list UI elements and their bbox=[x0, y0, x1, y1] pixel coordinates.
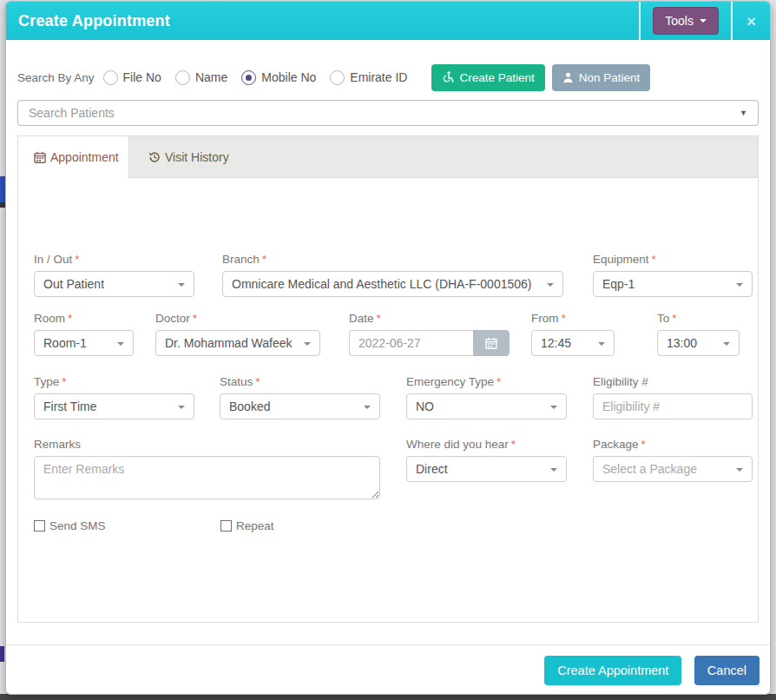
type-select[interactable]: First Time bbox=[34, 393, 194, 419]
field-eligibility: Eligibility # bbox=[593, 375, 753, 419]
calendar-icon bbox=[34, 151, 46, 163]
doctor-select[interactable]: Dr. Mohammad Wafeek ... bbox=[155, 330, 320, 356]
status-label: Status* bbox=[220, 375, 380, 388]
repeat-label: Repeat bbox=[236, 519, 274, 532]
room-select[interactable]: Room-1 bbox=[34, 330, 134, 356]
package-label: Package* bbox=[593, 438, 753, 451]
field-equipment: Equipment* Eqp-1 bbox=[593, 253, 753, 297]
required-asterisk: * bbox=[497, 375, 501, 388]
from-value: 12:45 bbox=[541, 336, 571, 350]
search-patients-select[interactable]: Search Patients ▼ bbox=[17, 100, 759, 126]
date-group bbox=[349, 330, 510, 356]
field-from: From* 12:45 bbox=[531, 312, 615, 356]
branch-label: Branch* bbox=[222, 253, 563, 266]
radio-circle-icon bbox=[175, 70, 190, 85]
background-fragment bbox=[0, 646, 4, 662]
caret-down-icon bbox=[304, 342, 311, 346]
field-to: To* 13:00 bbox=[657, 312, 740, 356]
checkbox-icon bbox=[220, 520, 232, 532]
radio-emirate-id[interactable]: Emirate ID bbox=[330, 70, 407, 85]
equipment-select[interactable]: Eqp-1 bbox=[593, 271, 753, 297]
required-asterisk: * bbox=[75, 253, 79, 266]
doctor-label: Doctor* bbox=[155, 312, 320, 325]
header-divider bbox=[639, 2, 641, 40]
cancel-button[interactable]: Cancel bbox=[694, 656, 760, 685]
tab-strip: Appointment Visit History bbox=[18, 136, 758, 178]
tools-button[interactable]: Tools bbox=[653, 7, 719, 35]
from-select[interactable]: 12:45 bbox=[531, 330, 615, 356]
where-did-you-hear-label: Where did you hear* bbox=[406, 438, 567, 451]
radio-mobile-no[interactable]: Mobile No bbox=[241, 70, 316, 85]
radio-file-no[interactable]: File No bbox=[103, 70, 161, 85]
create-appointment-modal: Create Appointment Tools × Search By Any… bbox=[5, 1, 771, 695]
calendar-icon bbox=[485, 337, 497, 349]
modal-footer: Create Appointment Cancel bbox=[6, 644, 770, 696]
field-where-did-you-hear: Where did you hear* Direct bbox=[406, 438, 567, 482]
remarks-textarea[interactable] bbox=[34, 456, 380, 499]
caret-down-icon bbox=[723, 342, 730, 346]
to-select[interactable]: 13:00 bbox=[657, 330, 740, 356]
radio-emirate-id-label: Emirate ID bbox=[350, 70, 407, 84]
send-sms-checkbox[interactable]: Send SMS bbox=[34, 519, 106, 532]
caret-down-icon bbox=[736, 468, 743, 472]
in-out-select[interactable]: Out Patient bbox=[34, 271, 194, 297]
room-label: Room* bbox=[34, 312, 134, 325]
send-sms-label: Send SMS bbox=[49, 519, 106, 532]
emergency-type-select[interactable]: NO bbox=[406, 393, 567, 419]
tab-visit-history[interactable]: Visit History bbox=[129, 136, 248, 177]
eligibility-input[interactable] bbox=[593, 393, 753, 419]
package-placeholder: Select a Package bbox=[602, 462, 697, 476]
create-appointment-button[interactable]: Create Appointment bbox=[544, 656, 681, 685]
eligibility-label: Eligibility # bbox=[593, 375, 753, 388]
date-input[interactable] bbox=[349, 330, 473, 356]
wheelchair-icon bbox=[442, 71, 454, 83]
in-out-label: In / Out* bbox=[34, 253, 194, 266]
caret-down-icon bbox=[598, 342, 605, 346]
required-asterisk: * bbox=[68, 312, 72, 325]
radio-name[interactable]: Name bbox=[175, 70, 227, 85]
caret-down-icon bbox=[178, 283, 185, 287]
in-out-value: Out Patient bbox=[43, 277, 104, 291]
modal-title: Create Appointment bbox=[18, 12, 170, 30]
non-patient-label: Non Patient bbox=[579, 71, 641, 84]
repeat-checkbox[interactable]: Repeat bbox=[220, 519, 274, 532]
required-asterisk: * bbox=[62, 375, 66, 388]
field-package: Package* Select a Package bbox=[593, 438, 753, 482]
calendar-button[interactable] bbox=[473, 330, 510, 356]
create-patient-button[interactable]: Create Patient bbox=[431, 64, 544, 91]
required-asterisk: * bbox=[562, 312, 566, 325]
required-asterisk: * bbox=[672, 312, 676, 325]
field-status: Status* Booked bbox=[220, 375, 380, 419]
where-did-you-hear-select[interactable]: Direct bbox=[406, 456, 567, 482]
required-asterisk: * bbox=[377, 312, 381, 325]
package-select[interactable]: Select a Package bbox=[593, 456, 753, 482]
emergency-type-value: NO bbox=[416, 400, 434, 413]
caret-down-icon bbox=[550, 406, 557, 409]
caret-down-icon bbox=[736, 283, 743, 287]
user-icon bbox=[562, 72, 574, 83]
remarks-label: Remarks bbox=[34, 438, 380, 451]
required-asterisk: * bbox=[511, 438, 516, 451]
radio-file-no-label: File No bbox=[123, 70, 161, 84]
equipment-value: Eqp-1 bbox=[602, 277, 635, 291]
branch-select[interactable]: Omnicare Medical and Aesthetic LLC (DHA-… bbox=[222, 271, 563, 297]
radio-name-label: Name bbox=[195, 70, 227, 84]
tab-appointment[interactable]: Appointment bbox=[18, 136, 129, 178]
header-controls: Tools × bbox=[639, 2, 758, 40]
close-button[interactable]: × bbox=[746, 13, 756, 30]
search-by-row: Search By Any File No Name Mobile No Emi… bbox=[17, 64, 759, 90]
radio-circle-icon bbox=[330, 70, 345, 85]
date-label: Date* bbox=[349, 312, 510, 325]
header-divider bbox=[731, 2, 733, 40]
status-value: Booked bbox=[229, 400, 270, 413]
branch-value: Omnicare Medical and Aesthetic LLC (DHA-… bbox=[232, 277, 532, 291]
appointment-tab-content: In / Out* Out Patient Branch* Omnicare M… bbox=[18, 178, 758, 623]
caret-down-icon bbox=[550, 468, 557, 472]
equipment-label: Equipment* bbox=[593, 253, 753, 266]
search-by-any-label: Search By Any bbox=[17, 71, 95, 84]
radio-mobile-no-label: Mobile No bbox=[261, 70, 316, 84]
non-patient-button[interactable]: Non Patient bbox=[552, 64, 651, 91]
emergency-type-label: Emergency Type* bbox=[406, 375, 567, 388]
page-background-right bbox=[772, 0, 776, 700]
status-select[interactable]: Booked bbox=[220, 393, 380, 419]
